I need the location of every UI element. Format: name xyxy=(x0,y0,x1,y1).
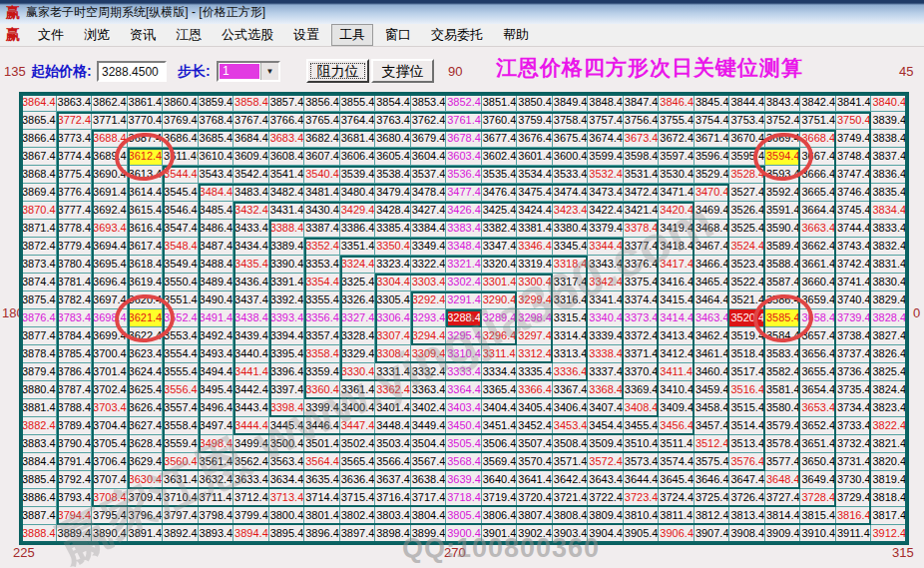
grid-cell: 3578.45 xyxy=(765,435,801,453)
grid-cell: 3356.45 xyxy=(304,309,340,327)
grid-cell: 3379.45 xyxy=(588,220,624,238)
grid-cell: 3847.45 xyxy=(624,94,660,112)
grid-cell: 3878.45 xyxy=(21,345,57,363)
grid-cell: 3316.45 xyxy=(553,291,589,309)
grid-cell: 3792.45 xyxy=(57,471,93,489)
menu-item-公式选股[interactable]: 公式选股 xyxy=(214,24,281,46)
grid-cell: 3856.45 xyxy=(304,94,340,112)
grid-cell: 3535.45 xyxy=(482,166,518,184)
grid-cell: 3413.45 xyxy=(659,327,694,345)
grid-cell: 3453.45 xyxy=(553,417,589,435)
grid-cell: 3307.45 xyxy=(375,327,411,345)
grid-cell: 3729.45 xyxy=(836,489,872,507)
grid-cell: 3593.45 xyxy=(765,166,801,184)
grid-cell: 3347.45 xyxy=(482,238,518,256)
grid-cell: 3583.45 xyxy=(765,345,801,363)
grid-cell: 3401.45 xyxy=(375,399,411,417)
menu-item-江恩[interactable]: 江恩 xyxy=(168,24,210,46)
grid-cell: 3666.45 xyxy=(800,166,836,184)
menu-item-工具[interactable]: 工具 xyxy=(331,24,373,46)
grid-cell: 3600.45 xyxy=(553,148,589,166)
grid-cell: 3779.45 xyxy=(57,238,93,256)
grid-cell: 3500.45 xyxy=(269,435,305,453)
grid-cell: 3750.45 xyxy=(836,112,872,130)
menu-item-交易委托[interactable]: 交易委托 xyxy=(423,24,491,46)
grid-cell: 3431.45 xyxy=(269,202,305,220)
grid-cell: 3795.45 xyxy=(92,507,128,525)
grid-cell: 3445.45 xyxy=(269,417,305,435)
grid-cell: 3464.45 xyxy=(694,291,730,309)
grid-cell: 3824.45 xyxy=(871,381,907,399)
grid-cell: 3298.45 xyxy=(517,309,553,327)
grid-cell: 3342.45 xyxy=(588,274,624,291)
grid-cell: 3680.45 xyxy=(375,130,411,148)
grid-cell: 3450.45 xyxy=(446,417,482,435)
grid-cell: 3652.45 xyxy=(800,417,836,435)
grid-cell: 3524.45 xyxy=(729,238,765,256)
menu-item-帮助[interactable]: 帮助 xyxy=(495,24,537,46)
grid-cell: 3800.45 xyxy=(269,507,305,525)
grid-cell: 3626.45 xyxy=(128,399,164,417)
menu-item-资讯[interactable]: 资讯 xyxy=(122,24,164,46)
grid-cell: 3451.45 xyxy=(482,417,518,435)
resistance-button[interactable]: 阻力位 xyxy=(306,59,369,83)
grid-cell: 3649.45 xyxy=(800,471,836,489)
grid-cell: 3885.45 xyxy=(21,471,57,489)
grid-cell: 3796.45 xyxy=(128,507,164,525)
grid-cell: 3559.45 xyxy=(163,435,199,453)
menu-item-窗口[interactable]: 窗口 xyxy=(377,24,419,46)
angle-label-0: 0 xyxy=(913,305,920,320)
grid-cell: 3299.45 xyxy=(517,291,553,309)
grid-cell: 3711.45 xyxy=(199,489,234,507)
grid-cell: 3577.45 xyxy=(765,453,801,471)
menu-item-设置[interactable]: 设置 xyxy=(285,24,327,46)
grid-cell: 3843.45 xyxy=(765,94,801,112)
grid-cell: 3432.45 xyxy=(233,202,269,220)
grid-cell: 3765.45 xyxy=(304,112,340,130)
grid-cell: 3543.45 xyxy=(199,166,234,184)
grid-cell: 3357.45 xyxy=(304,327,340,345)
combo-dropdown-button[interactable]: ▼ xyxy=(260,63,278,80)
grid-cell: 3887.45 xyxy=(21,507,57,525)
grid-cell: 3746.45 xyxy=(836,184,872,202)
grid-cell: 3894.45 xyxy=(233,525,269,543)
grid-cell: 3387.45 xyxy=(304,220,340,238)
grid-cell: 3377.45 xyxy=(624,238,660,256)
grid-cell: 3518.45 xyxy=(729,345,765,363)
grid-cell: 3834.45 xyxy=(871,202,907,220)
grid-cell: 3329.45 xyxy=(340,345,376,363)
grid-cell: 3479.45 xyxy=(375,184,411,202)
grid-cell: 3375.45 xyxy=(624,274,660,291)
grid-cell: 3877.45 xyxy=(21,327,57,345)
grid-cell: 3807.45 xyxy=(517,507,553,525)
grid-cell: 3896.45 xyxy=(304,525,340,543)
grid-cell: 3477.45 xyxy=(446,184,482,202)
support-button[interactable]: 支撑位 xyxy=(371,59,434,83)
grid-cell: 3373.45 xyxy=(624,309,660,327)
grid-cell: 3610.45 xyxy=(199,148,234,166)
grid-cell: 3798.45 xyxy=(199,507,234,525)
grid-cell: 3846.45 xyxy=(659,94,694,112)
grid-cell: 3689.45 xyxy=(92,148,128,166)
step-select[interactable]: 1 ▼ xyxy=(217,61,280,82)
menu-item-浏览[interactable]: 浏览 xyxy=(76,24,118,46)
grid-cell: 3364.45 xyxy=(446,381,482,399)
grid-cell: 3547.45 xyxy=(163,220,199,238)
grid-cell: 3288.45 xyxy=(446,309,482,327)
grid-cell: 3761.45 xyxy=(446,112,482,130)
grid-cell: 3489.45 xyxy=(199,274,234,291)
menu-bar: 赢 文件浏览资讯江恩公式选股设置工具窗口交易委托帮助 xyxy=(0,24,924,47)
grid-cell: 3502.45 xyxy=(340,435,376,453)
grid-cell: 3825.45 xyxy=(871,363,907,381)
start-price-input[interactable] xyxy=(97,61,167,82)
grid-cell: 3533.45 xyxy=(553,166,589,184)
grid-cell: 3822.45 xyxy=(871,417,907,435)
grid-cell: 3653.45 xyxy=(800,399,836,417)
grid-cell: 3434.45 xyxy=(233,238,269,256)
grid-cell: 3394.45 xyxy=(269,327,305,345)
grid-cell: 3412.45 xyxy=(659,345,694,363)
grid-cell: 3902.45 xyxy=(517,525,553,543)
grid-cell: 3328.45 xyxy=(340,327,376,345)
menu-item-文件[interactable]: 文件 xyxy=(30,24,72,46)
grid-cell: 3440.45 xyxy=(233,345,269,363)
